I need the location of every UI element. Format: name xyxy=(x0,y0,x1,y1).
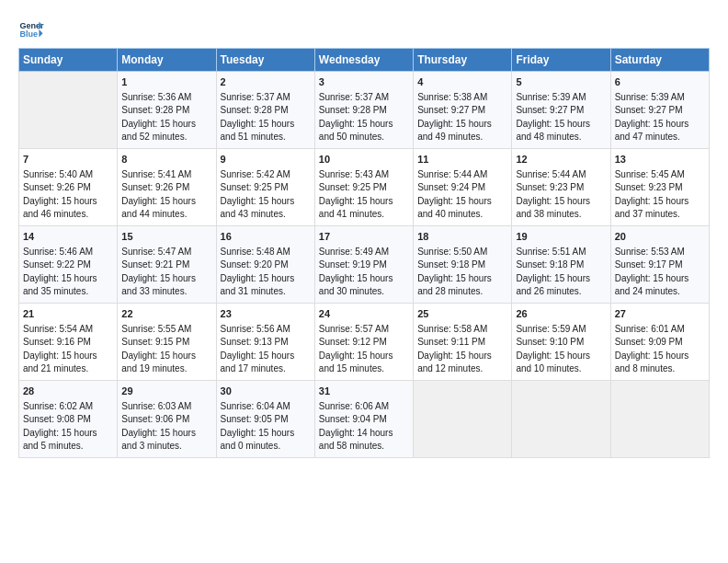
week-row: 14Sunrise: 5:46 AM Sunset: 9:22 PM Dayli… xyxy=(19,225,710,303)
day-number: 15 xyxy=(121,230,211,245)
calendar-cell: 24Sunrise: 5:57 AM Sunset: 9:12 PM Dayli… xyxy=(314,303,413,380)
cell-content: Sunrise: 5:45 AM Sunset: 9:23 PM Dayligh… xyxy=(615,168,705,222)
calendar-cell: 29Sunrise: 6:03 AM Sunset: 9:06 PM Dayli… xyxy=(118,380,216,457)
calendar-cell: 27Sunrise: 6:01 AM Sunset: 9:09 PM Dayli… xyxy=(610,303,709,380)
calendar-cell xyxy=(19,72,118,149)
calendar-cell: 23Sunrise: 5:56 AM Sunset: 9:13 PM Dayli… xyxy=(216,303,314,380)
cell-content: Sunrise: 5:51 AM Sunset: 9:18 PM Dayligh… xyxy=(516,246,606,299)
day-number: 19 xyxy=(516,230,606,245)
calendar-cell: 19Sunrise: 5:51 AM Sunset: 9:18 PM Dayli… xyxy=(512,225,610,303)
logo-icon: General Blue xyxy=(18,17,44,42)
col-friday: Friday xyxy=(512,49,610,72)
day-number: 2 xyxy=(221,75,311,90)
day-number: 6 xyxy=(615,75,705,90)
week-row: 21Sunrise: 5:54 AM Sunset: 9:16 PM Dayli… xyxy=(19,303,710,380)
calendar-cell: 15Sunrise: 5:47 AM Sunset: 9:21 PM Dayli… xyxy=(118,225,216,303)
calendar-cell: 5Sunrise: 5:39 AM Sunset: 9:27 PM Daylig… xyxy=(512,72,610,149)
calendar-cell: 31Sunrise: 6:06 AM Sunset: 9:04 PM Dayli… xyxy=(314,380,413,457)
cell-content: Sunrise: 5:58 AM Sunset: 9:11 PM Dayligh… xyxy=(417,323,507,376)
day-number: 25 xyxy=(417,307,507,322)
day-number: 3 xyxy=(319,75,409,90)
cell-content: Sunrise: 5:56 AM Sunset: 9:13 PM Dayligh… xyxy=(221,323,311,376)
week-row: 28Sunrise: 6:02 AM Sunset: 9:08 PM Dayli… xyxy=(19,380,710,457)
day-number: 18 xyxy=(417,230,507,245)
cell-content: Sunrise: 5:53 AM Sunset: 9:17 PM Dayligh… xyxy=(615,246,705,299)
calendar-cell xyxy=(414,380,512,457)
day-number: 7 xyxy=(23,153,113,167)
day-number: 11 xyxy=(417,153,507,167)
calendar-cell: 30Sunrise: 6:04 AM Sunset: 9:05 PM Dayli… xyxy=(216,380,314,457)
cell-content: Sunrise: 5:39 AM Sunset: 9:27 PM Dayligh… xyxy=(615,91,705,144)
cell-content: Sunrise: 5:48 AM Sunset: 9:20 PM Dayligh… xyxy=(221,246,311,299)
calendar-cell: 18Sunrise: 5:50 AM Sunset: 9:18 PM Dayli… xyxy=(414,225,512,303)
calendar-cell xyxy=(512,380,610,457)
calendar-cell: 22Sunrise: 5:55 AM Sunset: 9:15 PM Dayli… xyxy=(118,303,216,380)
cell-content: Sunrise: 5:59 AM Sunset: 9:10 PM Dayligh… xyxy=(516,323,606,376)
calendar-cell: 20Sunrise: 5:53 AM Sunset: 9:17 PM Dayli… xyxy=(610,225,709,303)
cell-content: Sunrise: 5:46 AM Sunset: 9:22 PM Dayligh… xyxy=(23,246,113,299)
cell-content: Sunrise: 5:40 AM Sunset: 9:26 PM Dayligh… xyxy=(23,168,113,222)
day-number: 31 xyxy=(319,385,409,399)
calendar-cell: 12Sunrise: 5:44 AM Sunset: 9:23 PM Dayli… xyxy=(512,148,610,225)
day-number: 10 xyxy=(319,153,409,167)
logo: General Blue xyxy=(18,17,46,42)
calendar-cell xyxy=(610,380,709,457)
calendar-cell: 4Sunrise: 5:38 AM Sunset: 9:27 PM Daylig… xyxy=(414,72,512,149)
cell-content: Sunrise: 5:44 AM Sunset: 9:23 PM Dayligh… xyxy=(516,168,606,222)
day-number: 13 xyxy=(615,153,705,167)
col-wednesday: Wednesday xyxy=(314,49,413,72)
calendar-cell: 13Sunrise: 5:45 AM Sunset: 9:23 PM Dayli… xyxy=(610,148,709,225)
cell-content: Sunrise: 5:49 AM Sunset: 9:19 PM Dayligh… xyxy=(319,246,409,299)
cell-content: Sunrise: 6:06 AM Sunset: 9:04 PM Dayligh… xyxy=(319,400,409,454)
day-number: 17 xyxy=(319,230,409,245)
col-tuesday: Tuesday xyxy=(216,49,314,72)
col-monday: Monday xyxy=(118,49,216,72)
calendar-cell: 17Sunrise: 5:49 AM Sunset: 9:19 PM Dayli… xyxy=(314,225,413,303)
cell-content: Sunrise: 5:57 AM Sunset: 9:12 PM Dayligh… xyxy=(319,323,409,376)
calendar-cell: 8Sunrise: 5:41 AM Sunset: 9:26 PM Daylig… xyxy=(118,148,216,225)
cell-content: Sunrise: 5:44 AM Sunset: 9:24 PM Dayligh… xyxy=(417,168,507,222)
day-number: 29 xyxy=(121,385,211,399)
day-number: 30 xyxy=(221,385,311,399)
cell-content: Sunrise: 5:37 AM Sunset: 9:28 PM Dayligh… xyxy=(319,91,409,144)
cell-content: Sunrise: 5:50 AM Sunset: 9:18 PM Dayligh… xyxy=(417,246,507,299)
calendar-cell: 21Sunrise: 5:54 AM Sunset: 9:16 PM Dayli… xyxy=(19,303,118,380)
day-number: 24 xyxy=(319,307,409,322)
col-thursday: Thursday xyxy=(414,49,512,72)
cell-content: Sunrise: 5:36 AM Sunset: 9:28 PM Dayligh… xyxy=(121,91,211,144)
calendar-cell: 16Sunrise: 5:48 AM Sunset: 9:20 PM Dayli… xyxy=(216,225,314,303)
svg-text:Blue: Blue xyxy=(19,29,38,39)
cell-content: Sunrise: 5:39 AM Sunset: 9:27 PM Dayligh… xyxy=(516,91,606,144)
calendar-cell: 14Sunrise: 5:46 AM Sunset: 9:22 PM Dayli… xyxy=(19,225,118,303)
cell-content: Sunrise: 6:03 AM Sunset: 9:06 PM Dayligh… xyxy=(121,400,211,454)
calendar-cell: 1Sunrise: 5:36 AM Sunset: 9:28 PM Daylig… xyxy=(118,72,216,149)
week-row: 1Sunrise: 5:36 AM Sunset: 9:28 PM Daylig… xyxy=(19,72,710,149)
col-sunday: Sunday xyxy=(19,49,118,72)
cell-content: Sunrise: 5:42 AM Sunset: 9:25 PM Dayligh… xyxy=(221,168,311,222)
day-number: 14 xyxy=(23,230,113,245)
day-number: 22 xyxy=(121,307,211,322)
day-number: 1 xyxy=(121,75,211,90)
day-number: 21 xyxy=(23,307,113,322)
cell-content: Sunrise: 6:04 AM Sunset: 9:05 PM Dayligh… xyxy=(221,400,311,454)
cell-content: Sunrise: 5:43 AM Sunset: 9:25 PM Dayligh… xyxy=(319,168,409,222)
cell-content: Sunrise: 6:02 AM Sunset: 9:08 PM Dayligh… xyxy=(23,400,113,454)
calendar-cell: 11Sunrise: 5:44 AM Sunset: 9:24 PM Dayli… xyxy=(414,148,512,225)
cell-content: Sunrise: 5:55 AM Sunset: 9:15 PM Dayligh… xyxy=(121,323,211,376)
day-number: 8 xyxy=(121,153,211,167)
day-number: 9 xyxy=(221,153,311,167)
day-number: 4 xyxy=(417,75,507,90)
calendar-cell: 6Sunrise: 5:39 AM Sunset: 9:27 PM Daylig… xyxy=(610,72,709,149)
calendar-cell: 2Sunrise: 5:37 AM Sunset: 9:28 PM Daylig… xyxy=(216,72,314,149)
calendar-cell: 25Sunrise: 5:58 AM Sunset: 9:11 PM Dayli… xyxy=(414,303,512,380)
day-number: 5 xyxy=(516,75,606,90)
cell-content: Sunrise: 5:38 AM Sunset: 9:27 PM Dayligh… xyxy=(417,91,507,144)
calendar-cell: 28Sunrise: 6:02 AM Sunset: 9:08 PM Dayli… xyxy=(19,380,118,457)
calendar-cell: 3Sunrise: 5:37 AM Sunset: 9:28 PM Daylig… xyxy=(314,72,413,149)
week-row: 7Sunrise: 5:40 AM Sunset: 9:26 PM Daylig… xyxy=(19,148,710,225)
cell-content: Sunrise: 5:37 AM Sunset: 9:28 PM Dayligh… xyxy=(221,91,311,144)
day-number: 20 xyxy=(615,230,705,245)
header-row: SundayMondayTuesdayWednesdayThursdayFrid… xyxy=(19,49,710,72)
calendar-table: SundayMondayTuesdayWednesdayThursdayFrid… xyxy=(18,48,710,458)
day-number: 26 xyxy=(516,307,606,322)
